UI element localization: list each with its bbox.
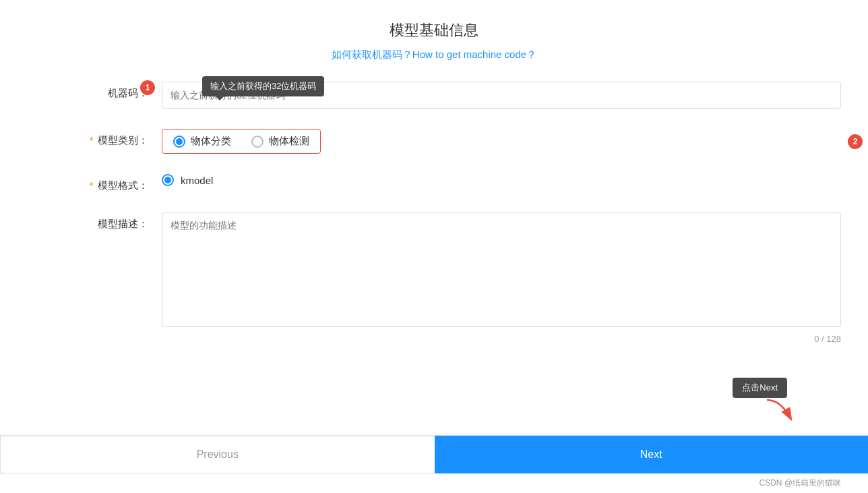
radio-label-detect: 物体检测 xyxy=(269,135,309,148)
previous-button[interactable]: Previous xyxy=(0,436,435,473)
radio-label-classify: 物体分类 xyxy=(191,135,231,148)
model-description-content: 0 / 128 xyxy=(162,212,841,344)
footer-buttons: Previous Next xyxy=(0,435,868,473)
required-mark-format: ＊ xyxy=(86,179,96,191)
radio-btn-classify[interactable] xyxy=(173,136,185,148)
how-to-link[interactable]: 如何获取机器码？How to get machine code？ xyxy=(332,49,536,60)
model-format-label: ＊模型格式： xyxy=(27,174,162,192)
radio-btn-detect[interactable] xyxy=(251,136,264,148)
page-title: 模型基础信息 xyxy=(27,20,841,40)
required-mark: ＊ xyxy=(86,134,96,146)
char-count: 0 / 128 xyxy=(162,334,841,344)
machine-code-tooltip: 输入之前获得的32位机器码 xyxy=(202,76,324,96)
next-button-tooltip: 点击Next xyxy=(733,378,787,398)
model-type-label: ＊模型类别： xyxy=(27,129,162,147)
arrow-indicator xyxy=(760,397,801,424)
how-to-link-container: 如何获取机器码？How to get machine code？ xyxy=(27,49,841,61)
radio-kmodel[interactable]: kmodel xyxy=(162,174,841,186)
model-description-label: 模型描述： xyxy=(27,212,162,231)
model-format-row: ＊模型格式： kmodel xyxy=(27,174,841,192)
machine-code-row: 机器码： 1 输入之前获得的32位机器码 xyxy=(27,82,841,109)
model-format-content: kmodel xyxy=(162,174,841,186)
model-type-row: ＊模型类别： 物体分类 物体检测 2 选择自己想要训练的类型 xyxy=(27,129,841,154)
model-type-content: 物体分类 物体检测 2 选择自己想要训练的类型 xyxy=(162,129,841,154)
next-button[interactable]: Next xyxy=(435,436,869,473)
next-tooltip-area: 3 点击Next xyxy=(27,364,841,405)
badge-1: 1 xyxy=(140,80,155,95)
kmodel-label: kmodel xyxy=(181,175,213,186)
machine-code-content: 1 输入之前获得的32位机器码 xyxy=(162,82,841,109)
model-type-radio-group: 物体分类 物体检测 xyxy=(162,129,321,154)
radio-object-classify[interactable]: 物体分类 xyxy=(173,135,231,148)
model-description-row: 模型描述： 0 / 128 xyxy=(27,212,841,344)
footer-credit: CSDN @纸箱里的猫咪 xyxy=(0,473,868,493)
radio-btn-kmodel[interactable] xyxy=(162,174,174,186)
badge-2: 2 xyxy=(848,134,863,149)
radio-object-detect[interactable]: 物体检测 xyxy=(251,135,309,148)
model-description-textarea[interactable] xyxy=(162,212,841,327)
